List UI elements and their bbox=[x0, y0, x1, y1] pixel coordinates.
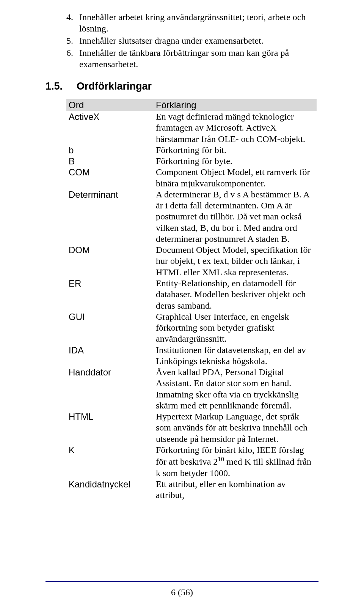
section-title: Ordförklaringar bbox=[77, 80, 152, 92]
list-item-number: 6. bbox=[66, 47, 79, 70]
list-item-text: Innehåller de tänkbara förbättringar som… bbox=[79, 47, 318, 70]
table-row: ER Entity-Relationship, en datamodell fö… bbox=[66, 278, 317, 311]
glossary-term: K bbox=[66, 445, 154, 479]
glossary-definition: En vagt definierad mängd teknologier fra… bbox=[154, 111, 317, 145]
table-header-row: Ord Förklaring bbox=[66, 99, 317, 111]
glossary-term: COM bbox=[66, 167, 154, 189]
page-number: 6 (56) bbox=[46, 587, 318, 598]
table-row: COM Component Object Model, ett ramverk … bbox=[66, 167, 317, 189]
list-item-text: Innehåller slutsatser dragna under exame… bbox=[79, 35, 318, 46]
section-heading: 1.5. Ordförklaringar bbox=[46, 80, 318, 92]
glossary-term: Kandidatnyckel bbox=[66, 479, 154, 501]
footer: 6 (56) bbox=[46, 581, 318, 598]
glossary-definition: Förkortning för byte. bbox=[154, 156, 317, 167]
glossary-definition: Ett attribut, eller en kombination av at… bbox=[154, 479, 317, 501]
glossary-definition: Hypertext Markup Language, det språk som… bbox=[154, 411, 317, 445]
glossary-term: Handdator bbox=[66, 367, 154, 411]
table-header-def: Förklaring bbox=[154, 99, 317, 111]
table-row: B Förkortning för byte. bbox=[66, 156, 317, 167]
glossary-term: IDA bbox=[66, 345, 154, 367]
glossary-term: ActiveX bbox=[66, 111, 154, 145]
glossary-definition: Även kallad PDA, Personal Digital Assist… bbox=[154, 367, 317, 411]
table-row: HTML Hypertext Markup Language, det språ… bbox=[66, 411, 317, 445]
glossary-definition: Graphical User Interface, en engelsk för… bbox=[154, 311, 317, 345]
glossary-table: Ord Förklaring ActiveX En vagt definiera… bbox=[66, 99, 317, 501]
list-item: 4. Innehåller arbetet kring användargrän… bbox=[66, 11, 318, 34]
glossary-definition: Förkortning för binärt kilo, IEEE försla… bbox=[154, 445, 317, 479]
table-row: Determinant A determinerar B, d v s A be… bbox=[66, 189, 317, 244]
glossary-definition: A determinerar B, d v s A bestämmer B. A… bbox=[154, 189, 317, 244]
list-item: 5. Innehåller slutsatser dragna under ex… bbox=[66, 35, 318, 46]
glossary-definition: Institutionen för datavetenskap, en del … bbox=[154, 345, 317, 367]
list-item-text: Innehåller arbetet kring användargränssn… bbox=[79, 11, 318, 34]
glossary-definition: Component Object Model, ett ramverk för … bbox=[154, 167, 317, 189]
glossary-term: ER bbox=[66, 278, 154, 311]
section-number: 1.5. bbox=[46, 80, 77, 92]
glossary-definition: Förkortning för bit. bbox=[154, 145, 317, 156]
table-row: DOM Document Object Model, specifikation… bbox=[66, 244, 317, 278]
table-row: GUI Graphical User Interface, en engelsk… bbox=[66, 311, 317, 345]
glossary-term: b bbox=[66, 145, 154, 156]
table-row: Kandidatnyckel Ett attribut, eller en ko… bbox=[66, 479, 317, 501]
table-header-term: Ord bbox=[66, 99, 154, 111]
glossary-definition: Entity-Relationship, en datamodell för d… bbox=[154, 278, 317, 311]
glossary-term: GUI bbox=[66, 311, 154, 345]
glossary-term: HTML bbox=[66, 411, 154, 445]
list-item-number: 4. bbox=[66, 11, 79, 34]
glossary-definition: Document Object Model, specifikation för… bbox=[154, 244, 317, 278]
table-row: ActiveX En vagt definierad mängd teknolo… bbox=[66, 111, 317, 145]
table-row: Handdator Även kallad PDA, Personal Digi… bbox=[66, 367, 317, 411]
table-row: IDA Institutionen för datavetenskap, en … bbox=[66, 345, 317, 367]
list-item: 6. Innehåller de tänkbara förbättringar … bbox=[66, 47, 318, 70]
glossary-term: Determinant bbox=[66, 189, 154, 244]
list-item-number: 5. bbox=[66, 35, 79, 46]
table-row: b Förkortning för bit. bbox=[66, 145, 317, 156]
glossary-term: B bbox=[66, 156, 154, 167]
glossary-term: DOM bbox=[66, 244, 154, 278]
table-row: K Förkortning för binärt kilo, IEEE förs… bbox=[66, 445, 317, 479]
footer-divider bbox=[46, 581, 318, 582]
numbered-list: 4. Innehåller arbetet kring användargrän… bbox=[66, 11, 318, 70]
